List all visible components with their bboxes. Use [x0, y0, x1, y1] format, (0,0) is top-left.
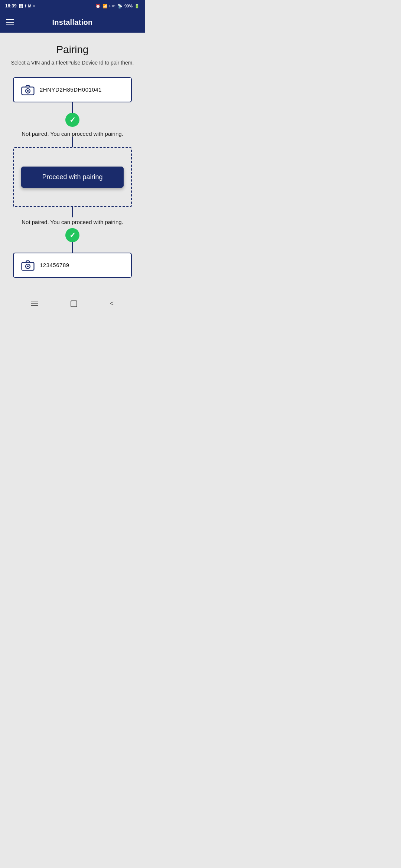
bottom-check-circle: ✓	[65, 228, 79, 242]
nav-bar: Installation	[0, 12, 145, 33]
vin-camera-icon	[21, 83, 35, 96]
wifi-icon: 📶	[102, 4, 108, 9]
home-button[interactable]	[71, 300, 77, 307]
hamburger-line-3	[6, 24, 14, 25]
connector-line-bottom	[72, 242, 73, 253]
svg-point-2	[27, 90, 29, 92]
vin-input-box[interactable]: 2HNYD2H85DH001041	[13, 77, 132, 102]
status-left: 16:39 🖼 f M •	[5, 3, 35, 9]
nav-title: Installation	[14, 18, 131, 27]
gmail-icon: M	[28, 4, 31, 8]
page-title: Pairing	[56, 44, 88, 56]
svg-point-5	[27, 265, 29, 267]
proceed-with-pairing-button[interactable]: Proceed with pairing	[21, 167, 124, 188]
device-camera-icon	[21, 259, 35, 272]
connector-line-mid-top	[72, 137, 73, 147]
hamburger-line-2	[6, 22, 14, 23]
back-arrow-icon: <	[110, 300, 114, 308]
bottom-check-icon: ✓	[69, 231, 76, 239]
page-subtitle: Select a VIN and a FleetPulse Device Id …	[11, 59, 134, 67]
lte-icon: LTE	[110, 4, 115, 8]
device-id-input-box[interactable]: 123456789	[13, 253, 132, 278]
photo-icon: 🖼	[19, 3, 23, 9]
home-icon	[71, 300, 77, 307]
bottom-status-text: Not paired. You can proceed with pairing…	[22, 219, 123, 225]
vin-value: 2HNYD2H85DH001041	[40, 86, 102, 93]
main-content: Pairing Select a VIN and a FleetPulse De…	[0, 33, 145, 294]
hamburger-line-1	[6, 19, 14, 20]
signal-icon: 📡	[117, 4, 123, 9]
dot-indicator: •	[33, 3, 35, 9]
connector-line-top	[72, 102, 73, 113]
top-check-circle: ✓	[65, 113, 79, 127]
facebook-icon: f	[25, 4, 26, 8]
connector-line-mid-bottom	[72, 207, 73, 217]
alarm-icon: ⏰	[95, 4, 101, 9]
hamburger-menu-button[interactable]	[6, 19, 14, 25]
status-time: 16:39	[5, 3, 17, 9]
top-status-text: Not paired. You can proceed with pairing…	[22, 131, 123, 137]
top-check-icon: ✓	[69, 116, 76, 124]
bottom-nav: <	[0, 294, 145, 313]
device-id-value: 123456789	[40, 262, 69, 268]
status-bar: 16:39 🖼 f M • ⏰ 📶 LTE 📡 90% 🔋	[0, 0, 145, 12]
status-right: ⏰ 📶 LTE 📡 90% 🔋	[95, 4, 140, 9]
recent-apps-icon	[31, 302, 38, 306]
device-section-container: Proceed with pairing	[13, 147, 132, 207]
back-button[interactable]: <	[110, 300, 114, 308]
battery-text: 90%	[124, 4, 133, 8]
recent-apps-button[interactable]	[31, 302, 38, 306]
battery-icon: 🔋	[134, 4, 140, 9]
